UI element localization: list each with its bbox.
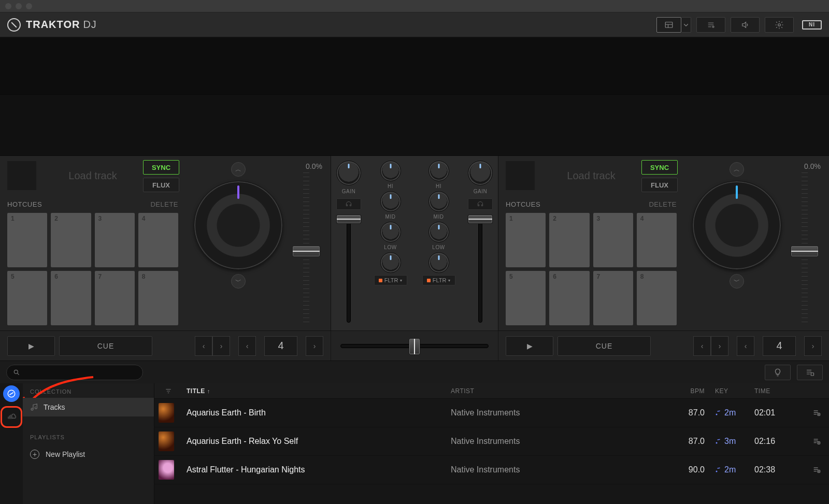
layout-button[interactable]	[656, 17, 681, 33]
deck-b-panel-up[interactable]: ︿	[730, 162, 744, 177]
volume-fader-b[interactable]	[466, 213, 495, 326]
eq-low-knob-b[interactable]	[428, 222, 449, 242]
play-button-a[interactable]: ▶	[7, 336, 55, 356]
loop-size-down-b[interactable]: ‹	[693, 336, 711, 356]
eq-low-knob-a[interactable]	[380, 222, 401, 242]
deck-b-hotcue-delete[interactable]: DELETE	[649, 200, 677, 208]
headphone-cue-b[interactable]	[468, 198, 493, 210]
deck-a-jogwheel[interactable]	[194, 181, 283, 270]
column-time[interactable]: TIME	[754, 387, 804, 395]
table-row[interactable]: Aquarius Earth - Birth Native Instrument…	[154, 399, 829, 427]
deck-a-panel-down[interactable]: ﹀	[231, 274, 246, 289]
gain-knob-b[interactable]	[468, 161, 493, 185]
hotcue-pad[interactable]: 4	[138, 213, 178, 267]
cue-button-b[interactable]: CUE	[558, 336, 651, 356]
column-key[interactable]: KEY	[715, 387, 754, 395]
deck-a-flux-button[interactable]: FLUX	[143, 178, 179, 192]
deck-a-artwork[interactable]	[7, 161, 36, 190]
hotcue-pad[interactable]: 5	[7, 271, 47, 325]
cue-button-a[interactable]: CUE	[59, 336, 152, 356]
minimize-dot[interactable]	[16, 3, 22, 9]
eq-mid-knob-b[interactable]	[428, 191, 449, 212]
filter-toggle-a[interactable]: FLTR▾	[374, 275, 407, 285]
volume-fader-a[interactable]	[334, 213, 363, 326]
column-filter[interactable]	[154, 387, 182, 395]
waveform-overview[interactable]	[0, 37, 829, 94]
hotcue-pad[interactable]: 7	[95, 271, 135, 325]
sidebar-item-tracks[interactable]: Tracks	[23, 398, 154, 416]
add-to-prep-button[interactable]	[804, 466, 829, 474]
deck-b-panel-down[interactable]: ﹀	[730, 274, 744, 289]
loop-size-up-a[interactable]: ›	[212, 336, 230, 356]
beat-nav-right-b[interactable]: ›	[804, 336, 822, 356]
recommendations-button[interactable]	[765, 365, 791, 380]
beat-nav-left-b[interactable]: ‹	[737, 336, 754, 356]
tempo-handle[interactable]	[791, 246, 819, 257]
hotcue-pad[interactable]: 6	[549, 271, 589, 325]
hotcue-pad[interactable]: 5	[506, 271, 546, 325]
hotcue-pad[interactable]: 1	[506, 213, 546, 267]
hotcue-pad[interactable]: 6	[51, 271, 91, 325]
beat-nav-left-a[interactable]: ‹	[238, 336, 256, 356]
audio-button[interactable]	[731, 17, 760, 33]
preparation-list-button[interactable]	[797, 365, 823, 380]
eq-hi-knob-a[interactable]	[380, 161, 401, 181]
queue-button[interactable]	[696, 17, 725, 33]
tempo-handle[interactable]	[292, 246, 320, 257]
deck-b-sync-button[interactable]: SYNC	[641, 160, 678, 175]
hotcue-pad[interactable]: 2	[51, 213, 91, 267]
close-dot[interactable]	[5, 3, 11, 9]
deck-b-artwork[interactable]	[506, 161, 535, 190]
beat-jump-value-a[interactable]: 4	[264, 336, 297, 356]
filter-toggle-b[interactable]: FLTR▾	[422, 275, 455, 285]
loop-size-up-b[interactable]: ›	[711, 336, 728, 356]
deck-b-jogwheel[interactable]	[692, 181, 781, 270]
hotcue-pad[interactable]: 4	[637, 213, 677, 267]
fader-handle[interactable]	[336, 214, 361, 224]
crossfader[interactable]	[340, 344, 489, 348]
add-to-prep-button[interactable]	[804, 409, 829, 417]
column-artist[interactable]: ARTIST	[451, 387, 674, 395]
fullscreen-dot[interactable]	[26, 3, 32, 9]
add-to-prep-button[interactable]	[804, 437, 829, 445]
eq-hi-knob-b[interactable]	[428, 161, 449, 181]
hotcue-pad[interactable]: 3	[593, 213, 633, 267]
hotcue-pad[interactable]: 2	[549, 213, 589, 267]
deck-a-sync-button[interactable]: SYNC	[143, 160, 179, 175]
track-artist: Native Instruments	[451, 437, 674, 446]
hotcue-pad[interactable]: 3	[95, 213, 135, 267]
deck-a-hotcue-delete[interactable]: DELETE	[150, 200, 178, 208]
hotcue-pad[interactable]: 7	[593, 271, 633, 325]
layout-dropdown[interactable]	[681, 17, 691, 33]
deck-b-flux-button[interactable]: FLUX	[641, 178, 678, 192]
filter-knob-b[interactable]	[428, 252, 449, 273]
hotcue-pad[interactable]: 8	[138, 271, 178, 325]
deck-b-tempo-fader[interactable]	[802, 172, 808, 324]
fader-handle[interactable]	[468, 214, 493, 224]
column-title[interactable]: TITLE↑	[182, 387, 451, 395]
waveform-main[interactable]	[0, 94, 829, 155]
filter-knob-a[interactable]	[380, 252, 401, 273]
deck-a-panel-up[interactable]: ︿	[231, 162, 246, 177]
play-button-b[interactable]: ▶	[506, 336, 553, 356]
crossfader-handle[interactable]	[409, 338, 420, 355]
table-row[interactable]: Astral Flutter - Hungarian Nights Native…	[154, 456, 829, 484]
hotcue-pad[interactable]: 1	[7, 213, 47, 267]
gain-knob-a[interactable]	[336, 161, 361, 185]
headphone-cue-a[interactable]	[336, 198, 361, 210]
new-playlist-button[interactable]: + New Playlist	[23, 443, 154, 465]
loop-size-down-a[interactable]: ‹	[195, 336, 212, 356]
deck-a-tempo-value: 0.0%	[306, 162, 323, 170]
eq-mid-knob-a[interactable]	[380, 191, 401, 212]
source-traktor[interactable]	[4, 386, 19, 401]
hotcue-pad[interactable]: 8	[637, 271, 677, 325]
ni-logo[interactable]: NI	[802, 20, 822, 30]
source-soundcloud[interactable]	[1, 406, 22, 428]
settings-button[interactable]	[765, 17, 794, 33]
search-input[interactable]	[6, 365, 143, 380]
beat-jump-value-b[interactable]: 4	[763, 336, 796, 356]
deck-a-tempo-fader[interactable]	[303, 172, 309, 324]
table-row[interactable]: Aquarius Earth - Relax Yo Self Native In…	[154, 427, 829, 456]
beat-nav-right-a[interactable]: ›	[306, 336, 323, 356]
column-bpm[interactable]: BPM	[674, 387, 715, 395]
